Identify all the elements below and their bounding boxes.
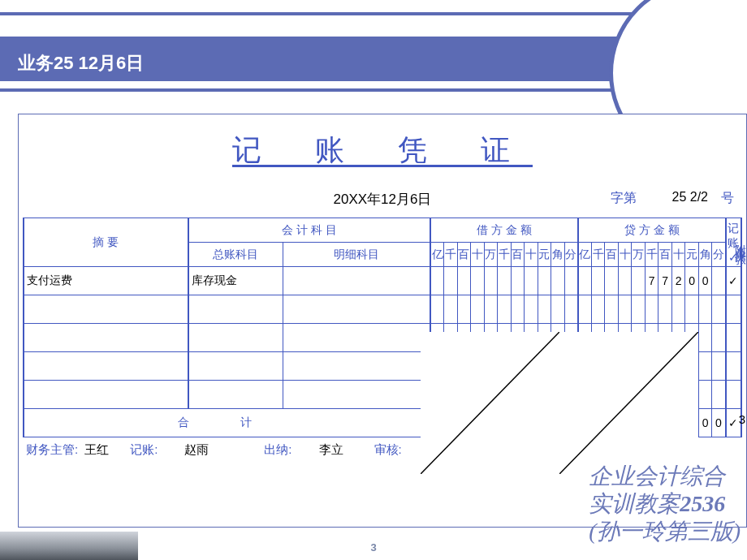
dh: 十 (525, 243, 538, 267)
cell-credit (698, 324, 712, 352)
cell-debit (457, 295, 471, 324)
cell-credit: 7 (658, 267, 672, 295)
td (444, 409, 458, 437)
attachments-label: 附 单 据 张 (732, 235, 747, 245)
cell-credit: 0 (685, 267, 699, 295)
cell-credit (591, 381, 605, 409)
cell-debit (551, 381, 565, 409)
cell-credit: 7 (645, 267, 658, 295)
table-row (24, 324, 741, 352)
cell-credit (671, 352, 685, 381)
cashier-label: 出纳: (264, 442, 291, 458)
preparer-value: 赵雨 (534, 442, 559, 458)
col-summary: 摘 要 (24, 218, 188, 267)
td: 0 (498, 409, 512, 437)
supervisor-label: 财务主管: (26, 442, 78, 458)
dh: 千 (645, 243, 658, 267)
cell-credit (698, 352, 712, 381)
cell-credit (578, 267, 592, 295)
col-credit: 贷 方 金 额 (578, 218, 726, 243)
cell-debit (430, 267, 444, 295)
cell-debit (444, 267, 458, 295)
cell-posted (726, 295, 741, 324)
cell-debit (511, 295, 525, 324)
cell-debit (484, 324, 498, 352)
cell-credit (712, 381, 726, 409)
tc (605, 409, 619, 437)
dh: 角 (551, 243, 565, 267)
dh: 亿 (578, 243, 592, 267)
cell-ledger: 库存现金 (188, 267, 283, 295)
hao-label: 号 (721, 190, 734, 207)
voucher-title: 记 账 凭 证 (23, 123, 742, 174)
header-row-1: 摘 要 会 计 科 目 借 方 金 额 贷 方 金 额 记账✓ (24, 218, 741, 243)
cell-detail (283, 352, 430, 381)
cell-credit (618, 295, 632, 324)
tc: 0 (712, 409, 726, 437)
cell-debit (551, 267, 565, 295)
slide-header: 业务25 12月6日 (0, 12, 747, 101)
cell-debit (444, 352, 458, 381)
col-account: 会 计 科 目 (188, 218, 431, 243)
cell-credit (671, 324, 685, 352)
cell-debit (471, 352, 485, 381)
cell-debit (551, 295, 565, 324)
cell-summary (24, 324, 188, 352)
cell-credit (591, 352, 605, 381)
cell-credit (632, 381, 646, 409)
cell-credit (591, 295, 605, 324)
bookkeeper-value: 赵雨 (184, 442, 209, 458)
td: 0 (564, 409, 578, 437)
tc: 0 (645, 409, 658, 437)
cell-debit (484, 381, 498, 409)
cell-credit (618, 381, 632, 409)
cell-debit (457, 352, 471, 381)
table-row: 支付运费库存现金77200✓ (24, 267, 741, 295)
dh: 亿 (430, 243, 444, 267)
reviewer-value: 王红 (429, 442, 453, 458)
dh: 千 (444, 243, 458, 267)
cell-posted: ✓ (726, 267, 741, 295)
cell-credit (578, 324, 592, 352)
cell-credit (685, 352, 699, 381)
cell-credit (671, 381, 685, 409)
table-row (24, 381, 741, 409)
dh: 万 (632, 243, 646, 267)
cell-debit (498, 295, 512, 324)
slide-title: 业务25 12月6日 (18, 51, 144, 75)
table-row (24, 295, 741, 324)
tc: 0 (685, 409, 699, 437)
cell-credit (645, 352, 658, 381)
cell-posted (726, 324, 741, 352)
dh: 分 (564, 243, 578, 267)
cell-debit (498, 352, 512, 381)
cell-debit (525, 352, 538, 381)
dh: 百 (605, 243, 619, 267)
cell-debit (444, 295, 458, 324)
cell-credit (685, 295, 699, 324)
dh: 千 (591, 243, 605, 267)
cell-debit (538, 324, 551, 352)
cell-credit (712, 352, 726, 381)
cell-credit (658, 381, 672, 409)
cell-ledger (188, 381, 283, 409)
td: 0 (538, 409, 551, 437)
cell-credit (632, 352, 646, 381)
table-row (24, 352, 741, 381)
cell-debit (511, 381, 525, 409)
voucher-dateline: 20XX年12月6日 字第 25 2/2 号 (23, 190, 742, 214)
cell-credit (591, 324, 605, 352)
dh: 元 (538, 243, 551, 267)
dh: 千 (498, 243, 512, 267)
cell-credit (685, 324, 699, 352)
cell-summary (24, 295, 188, 324)
cell-credit (618, 352, 632, 381)
dh: 十 (671, 243, 685, 267)
cell-ledger (188, 295, 283, 324)
cell-debit (511, 352, 525, 381)
cell-credit (712, 267, 726, 295)
cell-credit (712, 324, 726, 352)
voucher-footer: 财务主管:王红 记账:赵雨 出纳:李立 审核:王红 制单:赵雨 (23, 437, 742, 458)
cell-detail (283, 267, 430, 295)
dh: 十 (471, 243, 485, 267)
